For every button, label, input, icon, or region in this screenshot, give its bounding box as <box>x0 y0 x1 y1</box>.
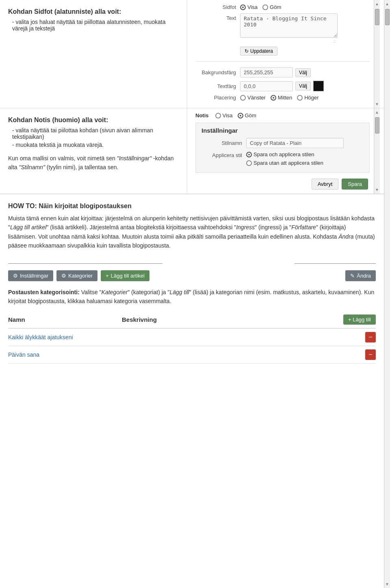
lagg-till-table-button[interactable]: + Lägg till <box>343 314 376 325</box>
text-textarea[interactable]: Ratata - Blogging It Since 2010 <box>240 13 338 38</box>
placering-mitten-radio[interactable] <box>271 95 276 101</box>
notis-label: Notis <box>195 112 209 118</box>
text-row: Text Ratata - Blogging It Since 2010 .:: <box>195 13 370 43</box>
lagg-till-action-button[interactable]: + Lägg till artikel <box>101 270 150 281</box>
lagg-till-ref: Lägg till artikel <box>10 224 47 230</box>
panel-divider-1 <box>195 61 370 62</box>
placering-vanster-option[interactable]: Vänster <box>240 95 266 101</box>
placering-mitten-option[interactable]: Mitten <box>271 95 292 101</box>
placering-hoger-label: Höger <box>304 95 318 101</box>
scrollbar-2[interactable]: ▲ ▼ <box>374 108 380 194</box>
inst-action-label: Inställningar <box>20 273 48 279</box>
cat-row-name-1[interactable]: Kaikki älykkäät ajatukseni <box>8 334 122 340</box>
col-lagg-header: + Lägg till <box>343 314 376 325</box>
applicera-radio2[interactable] <box>246 160 252 166</box>
action-buttons-left: ⚙ Inställningar ⚙ Kategorier + Lägg till… <box>8 270 162 281</box>
andra-button[interactable]: ✎ Ändra <box>345 270 376 281</box>
stilnamn-label: Stilnamn <box>202 140 246 146</box>
stilnamn-input[interactable] <box>246 138 344 148</box>
notis-visa-option[interactable]: Visa <box>215 112 233 118</box>
placering-hoger-option[interactable]: Höger <box>297 95 318 101</box>
sidfot-gom-option[interactable]: Göm <box>262 4 281 10</box>
sidfot-left-col: Kohdan Sidfot (alatunniste) alla voit: v… <box>0 0 187 108</box>
scroll-down-arrow-2[interactable]: ▼ <box>375 187 379 192</box>
notis-visa-radio[interactable] <box>215 113 221 118</box>
text-input-wrapper: Ratata - Blogging It Since 2010 .:: <box>240 13 338 43</box>
scroll-thumb-2[interactable] <box>375 117 379 134</box>
howto-title: HOW TO: Näin kirjoitat blogipostauksen <box>8 202 376 210</box>
notis-inst-italic: "Inställningar" <box>117 155 152 162</box>
notis-visa-label: Visa <box>223 112 233 118</box>
howto-section: HOW TO: Näin kirjoitat blogipostauksen M… <box>0 194 384 262</box>
cat-remove-button-2[interactable]: − <box>365 349 376 360</box>
inst-action-button[interactable]: ⚙ Inställningar <box>8 270 53 281</box>
notis-gom-option[interactable]: Göm <box>238 112 256 118</box>
applicera-option1-label: Spara och applicera stilen <box>254 151 314 157</box>
forfattare-ref: Författare <box>291 224 316 230</box>
table-row: Päivän sana − <box>8 346 376 364</box>
bakgrund-input[interactable] <box>240 67 293 78</box>
lagg-till-ref2: Lägg till <box>169 289 189 295</box>
bakgrund-row: Bakgrundsfärg Välj <box>195 67 370 78</box>
textfarg-input[interactable] <box>240 81 293 91</box>
applicera-option1[interactable]: Spara och applicera stilen <box>246 151 323 157</box>
sidfot-visa-option[interactable]: Visa <box>240 4 258 10</box>
sidfot-visa-label: Visa <box>247 4 258 10</box>
textfarg-valj-button[interactable]: Välj <box>295 82 311 90</box>
cat-row-name-2[interactable]: Päivän sana <box>8 351 122 358</box>
cat-intro-bold: Postausten kategorisointi: <box>8 289 80 295</box>
sidfot-row: Sidfot Visa Göm <box>195 4 370 10</box>
howto-paragraph1: Muista tämä ennen kuin alat kirjoittaa: … <box>8 214 376 250</box>
placering-label: Placering <box>195 95 240 101</box>
table-row: Kaikki älykkäät ajatukseni − <box>8 329 376 346</box>
placering-hoger-radio[interactable] <box>297 95 303 101</box>
sidfot-gom-label: Göm <box>270 4 281 10</box>
notis-bullet-1: valita näyttää tai piilottaa kohdan (siv… <box>8 127 179 140</box>
avbryt-button[interactable]: Avbryt <box>312 179 339 190</box>
scrollbar-1[interactable]: ▲ ▼ <box>374 0 380 108</box>
placering-row: Placering Vänster Mitten Höger <box>195 95 370 101</box>
applicera-label: Applicera stil <box>202 151 246 158</box>
notis-instruction: Kun oma mallisi on valmis, voit nimetä s… <box>8 154 179 172</box>
pencil-icon: ✎ <box>350 273 355 279</box>
placering-vanster-radio[interactable] <box>240 95 246 101</box>
main-scroll-up[interactable]: ▲ <box>385 2 389 6</box>
notis-stilnamn-italic: "Stilnamn" <box>19 164 45 170</box>
right-divider <box>295 263 376 264</box>
col-namn-header: Namn <box>8 316 122 323</box>
notis-bullet-2: muokata tekstiä ja muokata värejä. <box>8 142 179 148</box>
cat-intro: Postausten kategorisointi: Valitse "Kate… <box>8 288 376 306</box>
scroll-up-arrow[interactable]: ▲ <box>375 2 379 6</box>
color-swatch <box>313 81 324 91</box>
spara-button[interactable]: Spara <box>342 179 368 190</box>
bakgrund-label: Bakgrundsfärg <box>195 69 240 75</box>
sidfot-visa-radio[interactable] <box>240 4 246 10</box>
scroll-down-arrow[interactable]: ▼ <box>375 102 379 106</box>
notis-right-panel: Notis Visa Göm Inställningar <box>187 108 374 194</box>
bakgrund-valj-button[interactable]: Välj <box>295 68 311 77</box>
notis-left-col: Kohdan Notis (huomio) alla voit: valita … <box>0 108 187 194</box>
categories-section: Postausten kategorisointi: Valitse "Kate… <box>0 288 384 372</box>
cat-remove-button-1[interactable]: − <box>365 332 376 342</box>
applicera-option2[interactable]: Spara utan att applicera stilen <box>246 160 323 166</box>
main-scroll-thumb[interactable] <box>385 9 390 25</box>
notis-radio-group: Visa Göm <box>215 112 256 118</box>
scroll-thumb-1[interactable] <box>375 9 379 25</box>
textfarg-row: Textfärg Välj <box>195 81 370 91</box>
sidfot-right-panel: Sidfot Visa Göm Text <box>187 0 374 108</box>
notis-gom-radio[interactable] <box>238 113 243 118</box>
sidfot-gom-radio[interactable] <box>262 4 268 10</box>
stilnamn-row: Stilnamn <box>202 138 364 148</box>
update-button[interactable]: Uppdatera <box>240 47 277 56</box>
bottom-btn-row: Avbryt Spara <box>195 179 370 190</box>
notis-title: Kohdan Notis (huomio) alla voit: <box>8 116 179 124</box>
main-scrollbar[interactable]: ▲ ▼ <box>384 0 390 372</box>
notis-radio-row: Notis Visa Göm <box>195 112 370 118</box>
scroll-up-arrow-2[interactable]: ▲ <box>375 110 379 114</box>
kat-action-button[interactable]: ⚙ Kategorier <box>56 270 98 281</box>
andra-label: Ändra <box>357 273 371 279</box>
cat-table-header: Namn Beskrivning + Lägg till <box>8 311 376 329</box>
applicera-radio1[interactable] <box>246 152 252 157</box>
applicera-row: Applicera stil Spara och applicera stile… <box>202 151 364 166</box>
update-row: Uppdatera <box>195 47 370 56</box>
